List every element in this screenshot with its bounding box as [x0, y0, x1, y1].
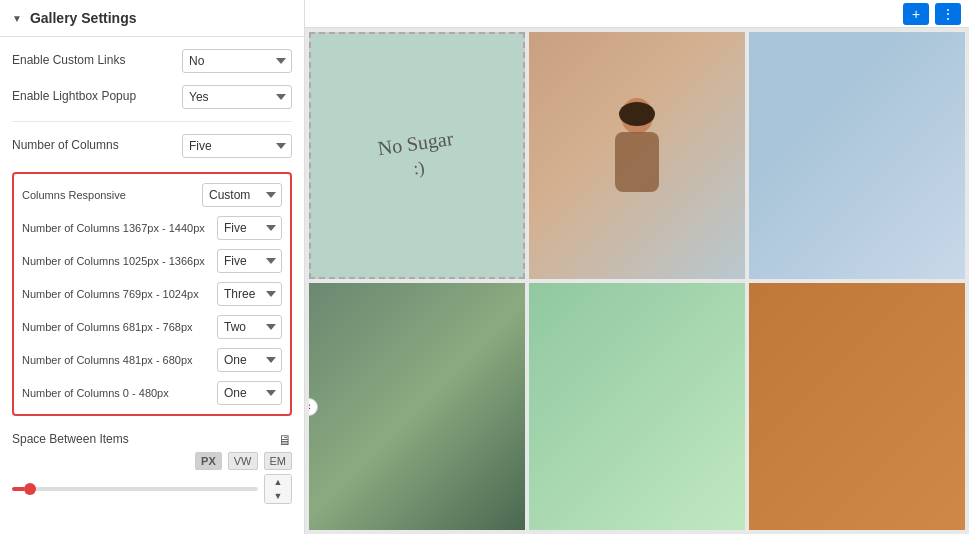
columns-responsive-select[interactable]: Custom Default [202, 183, 282, 207]
columns-481-680-select[interactable]: OneTwoThree [217, 348, 282, 372]
number-of-columns-select[interactable]: OneTwoThreeFourFive [182, 134, 292, 158]
gallery-area: ▦ No Sugar :) ‹ [305, 28, 969, 534]
woman-silhouette [597, 96, 677, 216]
divider-1 [12, 121, 292, 122]
columns-0-480-label: Number of Columns 0 - 480px [22, 386, 217, 400]
enable-lightbox-select[interactable]: Yes No [182, 85, 292, 109]
responsive-columns-box: Columns Responsive Custom Default Number… [12, 172, 292, 416]
columns-0-480-row: Number of Columns 0 - 480px OneTwo [22, 380, 282, 406]
books-image [529, 283, 745, 530]
columns-481-680-row: Number of Columns 481px - 680px OneTwoTh… [22, 347, 282, 373]
space-between-items-section: Space Between Items 🖥 PX VW EM ▲ ▼ [12, 432, 292, 504]
monitor-icon: 🖥 [278, 432, 292, 448]
columns-769-1024-label: Number of Columns 769px - 1024px [22, 287, 217, 301]
number-of-columns-label: Number of Columns [12, 138, 182, 154]
columns-1367-1440-select[interactable]: OneTwoThreeFourFive [217, 216, 282, 240]
blue-image [749, 32, 965, 279]
columns-681-768-select[interactable]: OneTwoThreeFour [217, 315, 282, 339]
main-content: + ⋮⋮⋮ ▦ No Sugar :) [305, 0, 969, 534]
stepper-up-button[interactable]: ▲ [265, 475, 291, 489]
svg-point-2 [619, 102, 655, 126]
unit-px-button[interactable]: PX [195, 452, 222, 470]
columns-0-480-select[interactable]: OneTwo [217, 381, 282, 405]
sidebar-content: Enable Custom Links No Yes Enable Lightb… [0, 37, 304, 514]
columns-681-768-row: Number of Columns 681px - 768px OneTwoTh… [22, 314, 282, 340]
unit-vw-button[interactable]: VW [228, 452, 258, 470]
number-of-columns-row: Number of Columns OneTwoThreeFourFive [12, 132, 292, 160]
enable-lightbox-label: Enable Lightbox Popup [12, 89, 182, 105]
stepper: ▲ ▼ [264, 474, 292, 504]
space-slider[interactable] [12, 487, 258, 491]
unit-em-button[interactable]: EM [264, 452, 293, 470]
columns-769-1024-row: Number of Columns 769px - 1024px OneTwoT… [22, 281, 282, 307]
sidebar-title: Gallery Settings [30, 10, 137, 26]
enable-lightbox-row: Enable Lightbox Popup Yes No [12, 83, 292, 111]
grid-button[interactable]: ⋮⋮⋮ [935, 3, 961, 25]
slider-row: ▲ ▼ [12, 474, 292, 504]
unit-row: PX VW EM [12, 452, 292, 470]
enable-custom-links-label: Enable Custom Links [12, 53, 182, 69]
orange-image [749, 283, 965, 530]
woman-image [529, 32, 745, 279]
columns-769-1024-select[interactable]: OneTwoThreeFourFive [217, 282, 282, 306]
columns-responsive-label: Columns Responsive [22, 188, 202, 202]
columns-1025-1366-label: Number of Columns 1025px - 1366px [22, 254, 217, 268]
coffee-image: No Sugar :) [311, 34, 523, 277]
coffee-text: No Sugar [376, 127, 454, 159]
smiley: :) [412, 157, 426, 178]
columns-681-768-label: Number of Columns 681px - 768px [22, 320, 217, 334]
space-between-items-label-row: Space Between Items 🖥 [12, 432, 292, 448]
space-between-items-label: Space Between Items [12, 432, 272, 448]
enable-custom-links-select[interactable]: No Yes [182, 49, 292, 73]
gallery-cell-5[interactable] [529, 283, 745, 530]
enable-custom-links-row: Enable Custom Links No Yes [12, 47, 292, 75]
gallery-cell-6[interactable] [749, 283, 965, 530]
columns-1367-1440-row: Number of Columns 1367px - 1440px OneTwo… [22, 215, 282, 241]
columns-responsive-row: Columns Responsive Custom Default [22, 182, 282, 208]
columns-1025-1366-select[interactable]: OneTwoThreeFourFive [217, 249, 282, 273]
gallery-cell-1[interactable]: ▦ No Sugar :) [309, 32, 525, 279]
toolbar: + ⋮⋮⋮ [305, 0, 969, 28]
add-button[interactable]: + [903, 3, 929, 25]
svg-rect-1 [615, 132, 659, 192]
stepper-down-button[interactable]: ▼ [265, 489, 291, 503]
gallery-cell-2[interactable] [529, 32, 745, 279]
gallery-cell-4[interactable]: ‹ [309, 283, 525, 530]
collapse-icon[interactable]: ▼ [12, 13, 22, 24]
gallery-cell-3[interactable] [749, 32, 965, 279]
columns-1367-1440-label: Number of Columns 1367px - 1440px [22, 221, 217, 235]
desk-image [309, 283, 525, 530]
sidebar: ▼ Gallery Settings Enable Custom Links N… [0, 0, 305, 534]
columns-1025-1366-row: Number of Columns 1025px - 1366px OneTwo… [22, 248, 282, 274]
sidebar-header: ▼ Gallery Settings [0, 0, 304, 37]
columns-481-680-label: Number of Columns 481px - 680px [22, 353, 217, 367]
